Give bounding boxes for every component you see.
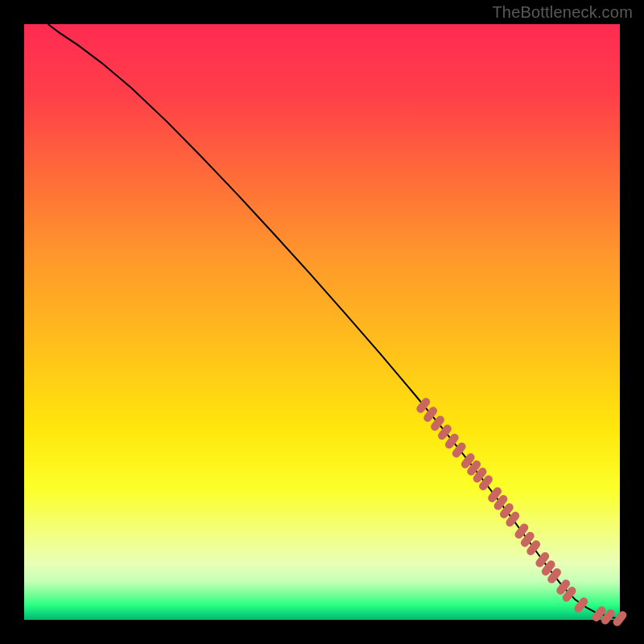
sample-point bbox=[498, 499, 504, 506]
sample-point bbox=[435, 419, 440, 427]
sample-point bbox=[551, 572, 557, 580]
sample-point bbox=[449, 438, 455, 445]
sample-point bbox=[510, 516, 515, 523]
sample-point bbox=[483, 479, 489, 486]
sample-point bbox=[420, 402, 426, 409]
plot-area bbox=[24, 24, 620, 620]
sample-point bbox=[456, 447, 462, 454]
sample-point bbox=[539, 556, 545, 564]
chart-stage: TheBottleneck.com bbox=[0, 0, 644, 644]
sample-point bbox=[504, 507, 510, 514]
watermark-text: TheBottleneck.com bbox=[492, 3, 633, 22]
sample-point bbox=[519, 527, 525, 535]
sample-point bbox=[579, 601, 584, 609]
sample-point bbox=[597, 610, 602, 617]
sample-point bbox=[442, 429, 448, 436]
sample-point bbox=[477, 472, 483, 479]
sample-point bbox=[605, 613, 611, 621]
sample-points-group bbox=[420, 402, 622, 622]
chart-overlay bbox=[24, 24, 620, 620]
sample-point bbox=[530, 544, 536, 551]
sample-point bbox=[471, 464, 477, 472]
sample-point bbox=[567, 591, 572, 598]
sample-point bbox=[492, 491, 497, 498]
sample-point bbox=[525, 536, 530, 543]
sample-point bbox=[560, 584, 566, 591]
sample-point bbox=[427, 411, 433, 418]
sample-point bbox=[546, 564, 551, 572]
bottleneck-curve bbox=[48, 24, 620, 619]
sample-point bbox=[617, 615, 623, 622]
sample-point bbox=[465, 457, 471, 464]
